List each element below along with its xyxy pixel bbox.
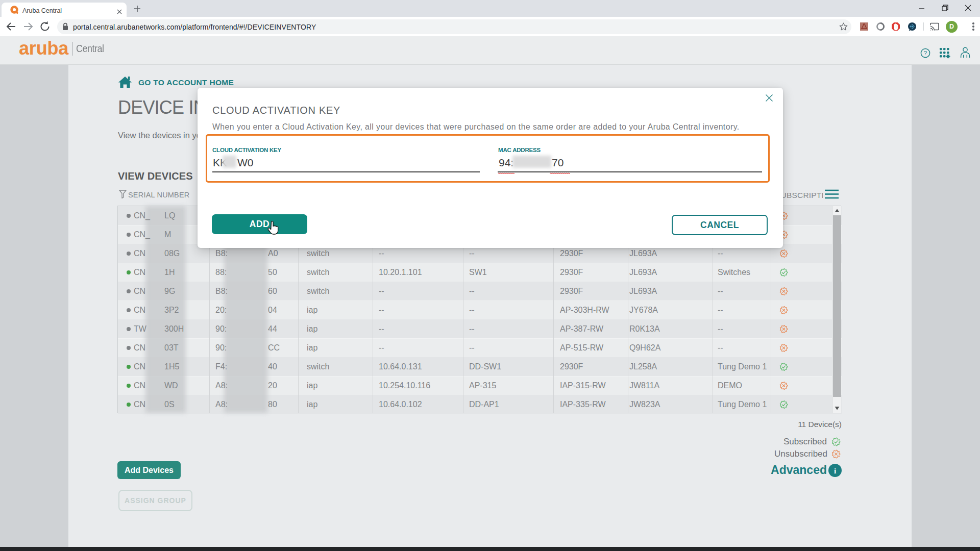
svg-text:i: i (834, 467, 836, 475)
svg-text:?: ? (924, 50, 927, 56)
